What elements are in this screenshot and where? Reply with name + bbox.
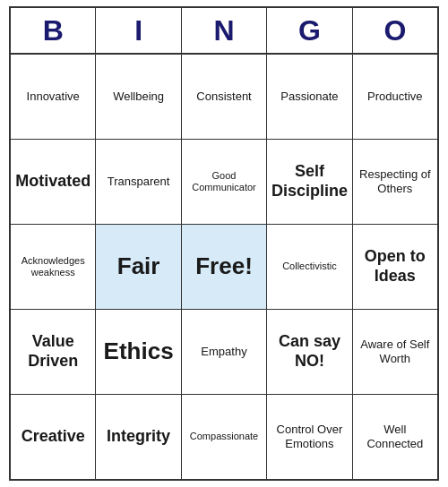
cell-0-1: Wellbeing bbox=[96, 55, 181, 139]
cell-1-2: Good Communicator bbox=[182, 140, 267, 224]
header-cell: N bbox=[182, 8, 267, 53]
cell-3-0: Value Driven bbox=[11, 310, 96, 394]
header-cell: G bbox=[267, 8, 352, 53]
cell-2-3: Collectivistic bbox=[267, 225, 352, 309]
cell-0-0: Innovative bbox=[11, 55, 96, 139]
bingo-grid: InnovativeWellbeingConsistentPassionateP… bbox=[11, 55, 437, 479]
cell-3-4: Aware of Self Worth bbox=[353, 310, 437, 394]
cell-4-4: Well Connected bbox=[353, 395, 437, 479]
bingo-row-2: Acknowledges weaknessFairFree!Collectivi… bbox=[11, 225, 437, 310]
cell-1-4: Respecting of Others bbox=[353, 140, 437, 224]
bingo-row-4: CreativeIntegrityCompassionateControl Ov… bbox=[11, 395, 437, 479]
cell-2-1: Fair bbox=[96, 225, 181, 309]
cell-0-2: Consistent bbox=[182, 55, 267, 139]
cell-2-2: Free! bbox=[182, 225, 267, 309]
header-cell: O bbox=[353, 8, 437, 53]
cell-3-1: Ethics bbox=[96, 310, 181, 394]
bingo-row-3: Value DrivenEthicsEmpathyCan say NO!Awar… bbox=[11, 310, 437, 395]
cell-1-1: Transparent bbox=[96, 140, 181, 224]
cell-4-1: Integrity bbox=[96, 395, 181, 479]
cell-4-2: Compassionate bbox=[182, 395, 267, 479]
bingo-header: BINGO bbox=[11, 8, 437, 55]
cell-2-0: Acknowledges weakness bbox=[11, 225, 96, 309]
cell-1-0: Motivated bbox=[11, 140, 96, 224]
cell-0-3: Passionate bbox=[267, 55, 352, 139]
cell-2-4: Open to Ideas bbox=[353, 225, 437, 309]
cell-3-2: Empathy bbox=[182, 310, 267, 394]
header-cell: B bbox=[11, 8, 96, 53]
bingo-card: BINGO InnovativeWellbeingConsistentPassi… bbox=[9, 6, 439, 481]
cell-1-3: Self Discipline bbox=[267, 140, 352, 224]
bingo-row-0: InnovativeWellbeingConsistentPassionateP… bbox=[11, 55, 437, 140]
bingo-row-1: MotivatedTransparentGood CommunicatorSel… bbox=[11, 140, 437, 225]
cell-4-0: Creative bbox=[11, 395, 96, 479]
cell-0-4: Productive bbox=[353, 55, 437, 139]
cell-3-3: Can say NO! bbox=[267, 310, 352, 394]
cell-4-3: Control Over Emotions bbox=[267, 395, 352, 479]
header-cell: I bbox=[96, 8, 181, 53]
